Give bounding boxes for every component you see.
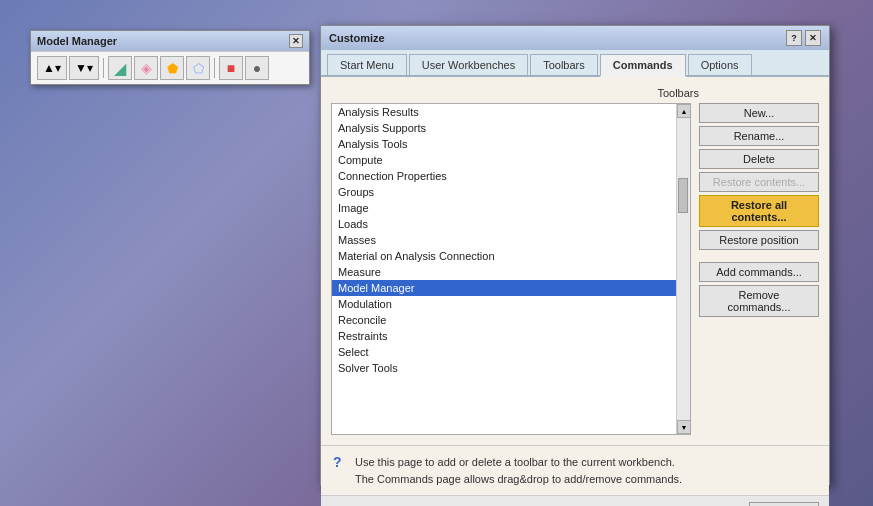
list-item[interactable]: Analysis Results: [332, 104, 676, 120]
scrollbar[interactable]: ▲ ▼: [676, 104, 690, 434]
restore-all-contents-button[interactable]: Restore all contents...: [699, 195, 819, 227]
list-item[interactable]: Connection Properties: [332, 168, 676, 184]
scroll-down-btn[interactable]: ▼: [677, 420, 691, 434]
scroll-track: [677, 118, 690, 420]
list-item[interactable]: Masses: [332, 232, 676, 248]
model-manager-titlebar: Model Manager ✕: [31, 31, 309, 51]
main-area: Analysis Results Analysis Supports Analy…: [331, 103, 819, 435]
rename-button[interactable]: Rename...: [699, 126, 819, 146]
list-item[interactable]: Solver Tools: [332, 360, 676, 376]
add-commands-button[interactable]: Add commands...: [699, 262, 819, 282]
dialog-footer: Close: [321, 495, 829, 506]
layers-btn[interactable]: ⬟: [160, 56, 184, 80]
list-item[interactable]: Groups: [332, 184, 676, 200]
scroll-thumb[interactable]: [678, 178, 688, 213]
close-button[interactable]: Close: [749, 502, 819, 506]
list-item[interactable]: Analysis Tools: [332, 136, 676, 152]
list-item-selected[interactable]: Model Manager: [332, 280, 676, 296]
dialog-title-buttons: ? ✕: [786, 30, 821, 46]
toolbar-list[interactable]: Analysis Results Analysis Supports Analy…: [332, 104, 676, 434]
list-item[interactable]: Image: [332, 200, 676, 216]
stop-btn[interactable]: ■: [219, 56, 243, 80]
box3d-btn[interactable]: ◢: [108, 56, 132, 80]
new-button[interactable]: New...: [699, 103, 819, 123]
tab-toolbars[interactable]: Toolbars: [530, 54, 598, 75]
list-item[interactable]: Material on Analysis Connection: [332, 248, 676, 264]
info-area: ? Use this page to add or delete a toolb…: [321, 445, 829, 495]
diamond-btn[interactable]: ◈: [134, 56, 158, 80]
tab-user-workbenches[interactable]: User Workbenches: [409, 54, 528, 75]
tab-commands[interactable]: Commands: [600, 54, 686, 77]
info-line1: Use this page to add or delete a toolbar…: [355, 454, 682, 471]
model-manager-toolbar: ▲▾ ▼▾ ◢ ◈ ⬟ ⬠ ■ ●: [31, 51, 309, 84]
restore-position-button[interactable]: Restore position: [699, 230, 819, 250]
tab-start-menu[interactable]: Start Menu: [327, 54, 407, 75]
info-icon: ?: [333, 454, 349, 470]
list-item[interactable]: Loads: [332, 216, 676, 232]
info-text: Use this page to add or delete a toolbar…: [355, 454, 682, 487]
dialog-titlebar: Customize ? ✕: [321, 26, 829, 50]
list-item[interactable]: Select: [332, 344, 676, 360]
dialog-title: Customize: [329, 32, 385, 44]
tabs-row: Start Menu User Workbenches Toolbars Com…: [321, 50, 829, 77]
btn-spacer: [699, 253, 819, 259]
list-wrapper: Analysis Results Analysis Supports Analy…: [331, 103, 691, 435]
nav-next-btn[interactable]: ▼▾: [69, 56, 99, 80]
list-item[interactable]: Modulation: [332, 296, 676, 312]
remove-commands-button[interactable]: Remove commands...: [699, 285, 819, 317]
list-item[interactable]: Compute: [332, 152, 676, 168]
model-manager-window: Model Manager ✕ ▲▾ ▼▾ ◢ ◈ ⬟ ⬠ ■ ●: [30, 30, 310, 85]
sphere-btn[interactable]: ●: [245, 56, 269, 80]
list-item[interactable]: Restraints: [332, 328, 676, 344]
buttons-panel: New... Rename... Delete Restore contents…: [699, 103, 819, 435]
list-item[interactable]: Measure: [332, 264, 676, 280]
tab-options[interactable]: Options: [688, 54, 752, 75]
delete-button[interactable]: Delete: [699, 149, 819, 169]
customize-dialog: Customize ? ✕ Start Menu User Workbenche…: [320, 25, 830, 485]
toolbar-sep-1: [103, 58, 104, 78]
model-manager-title: Model Manager: [37, 35, 117, 47]
info-line2: The Commands page allows drag&drop to ad…: [355, 471, 682, 488]
dialog-content: Toolbars Analysis Results Analysis Suppo…: [321, 77, 829, 445]
scroll-up-btn[interactable]: ▲: [677, 104, 691, 118]
list-item[interactable]: Analysis Supports: [332, 120, 676, 136]
dialog-close-btn[interactable]: ✕: [805, 30, 821, 46]
toolbars-label: Toolbars: [331, 87, 819, 99]
layers2-btn[interactable]: ⬠: [186, 56, 210, 80]
nav-prev-btn[interactable]: ▲▾: [37, 56, 67, 80]
model-manager-close-btn[interactable]: ✕: [289, 34, 303, 48]
toolbar-sep-2: [214, 58, 215, 78]
restore-contents-button[interactable]: Restore contents...: [699, 172, 819, 192]
help-btn[interactable]: ?: [786, 30, 802, 46]
list-item[interactable]: Reconcile: [332, 312, 676, 328]
